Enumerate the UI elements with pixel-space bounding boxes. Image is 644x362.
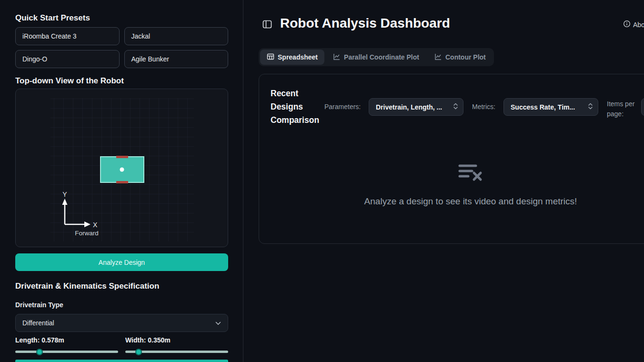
preset-iroomba-create-3[interactable]: iRoomba Create 3 bbox=[15, 27, 120, 45]
about-label: Abo bbox=[633, 21, 644, 29]
line-chart-icon bbox=[333, 53, 341, 62]
dimension-sliders: Length: 0.578m Width: 0.350m bbox=[15, 336, 228, 353]
panel-title: Recent Designs Comparison bbox=[271, 87, 329, 127]
topdown-plot: Y X Forward bbox=[16, 89, 228, 247]
tab-parallel-coordinate-plot[interactable]: Parallel Coordinate Plot bbox=[326, 50, 426, 65]
robot-wheel-bottom bbox=[116, 181, 128, 183]
width-label: Width: 0.350m bbox=[125, 336, 228, 344]
length-slider[interactable] bbox=[15, 351, 118, 353]
table-icon bbox=[267, 53, 274, 62]
analyze-design-button[interactable]: Analyze Design bbox=[15, 253, 228, 271]
sidebar: Quick Start Presets iRoomba Create 3 Jac… bbox=[0, 0, 243, 362]
preset-grid: iRoomba Create 3 Jackal Dingo-O Agile Bu… bbox=[15, 27, 228, 68]
info-icon bbox=[623, 20, 631, 29]
topdown-title: Top-down View of the Robot bbox=[15, 76, 124, 86]
x-axis-label: X bbox=[93, 221, 98, 229]
preset-agile-bunker[interactable]: Agile Bunker bbox=[124, 50, 229, 68]
metrics-select[interactable]: Success Rate, Tim... bbox=[503, 98, 598, 116]
chevron-down-icon bbox=[215, 319, 221, 327]
tab-label: Spreadsheet bbox=[278, 53, 318, 61]
page-title: Robot Analysis Dashboard bbox=[280, 16, 450, 31]
partial-slider-track[interactable] bbox=[15, 360, 228, 362]
drivetrain-type-label: Drivetrain Type bbox=[15, 301, 63, 309]
presets-title: Quick Start Presets bbox=[15, 13, 90, 23]
topdown-canvas: Y X Forward bbox=[15, 89, 228, 247]
drivetrain-type-select[interactable]: Differential bbox=[15, 314, 228, 332]
items-per-page-select[interactable] bbox=[641, 98, 644, 116]
metrics-label: Metrics: bbox=[472, 103, 495, 111]
about-link[interactable]: Abo bbox=[623, 20, 644, 29]
length-label: Length: 0.578m bbox=[15, 336, 118, 344]
robot-wheel-top bbox=[116, 156, 128, 158]
items-per-page-label: Items per page: bbox=[607, 99, 637, 119]
width-slider-thumb[interactable] bbox=[135, 349, 142, 355]
recent-designs-panel: Recent Designs Comparison Parameters: Dr… bbox=[259, 74, 644, 244]
tab-label: Contour Plot bbox=[445, 53, 486, 61]
tab-contour-plot[interactable]: Contour Plot bbox=[428, 50, 493, 65]
line-chart-icon bbox=[434, 53, 442, 62]
updown-chevron-icon bbox=[453, 102, 458, 112]
updown-chevron-icon bbox=[588, 102, 593, 112]
view-tabs: Spreadsheet Parallel Coordinate Plot bbox=[259, 48, 494, 66]
drivetrain-spec-title: Drivetrain & Kinematics Specification bbox=[15, 282, 159, 291]
tab-label: Parallel Coordinate Plot bbox=[344, 53, 419, 61]
length-slider-thumb[interactable] bbox=[36, 349, 43, 355]
width-slider-group: Width: 0.350m bbox=[125, 336, 228, 353]
tab-spreadsheet[interactable]: Spreadsheet bbox=[260, 50, 324, 65]
parameters-select[interactable]: Drivetrain, Length, ... bbox=[369, 98, 463, 116]
parameters-value: Drivetrain, Length, ... bbox=[376, 103, 442, 111]
drivetrain-type-value: Differential bbox=[22, 319, 54, 327]
forward-label: Forward bbox=[75, 230, 99, 237]
width-slider[interactable] bbox=[125, 351, 228, 353]
empty-state-message: Analyze a design to see its video and de… bbox=[266, 196, 644, 207]
empty-list-x-icon bbox=[458, 163, 483, 183]
sidebar-toggle-icon[interactable] bbox=[262, 20, 273, 30]
robot-center-dot bbox=[120, 168, 124, 172]
length-slider-group: Length: 0.578m bbox=[15, 336, 118, 353]
y-axis-label: Y bbox=[62, 191, 67, 198]
preset-jackal[interactable]: Jackal bbox=[124, 27, 229, 45]
parameters-label: Parameters: bbox=[324, 103, 361, 111]
main-area: Robot Analysis Dashboard Abo bbox=[243, 0, 644, 362]
metrics-value: Success Rate, Tim... bbox=[511, 103, 575, 111]
preset-dingo-o[interactable]: Dingo-O bbox=[15, 50, 120, 68]
